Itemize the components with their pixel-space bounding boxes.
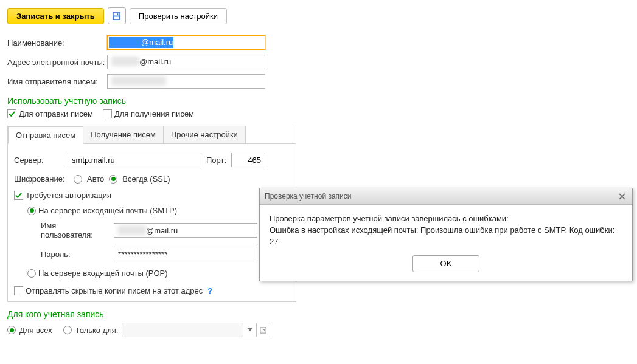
scope-all-radio[interactable]	[7, 326, 16, 334]
dialog-title-text: Проверка учетной записи	[265, 192, 352, 201]
dialog-body: Проверка параметров учетной записи завер…	[260, 205, 632, 255]
check-icon	[9, 111, 15, 117]
dialog-line2: Ошибка в настройках исходящей почты: Про…	[270, 225, 622, 248]
encryption-auto-radio[interactable]	[74, 175, 82, 184]
encryption-label: Шифрование:	[14, 174, 69, 184]
server-row: Сервер: Порт:	[14, 153, 290, 167]
email-value-suffix: @mail.ru	[139, 57, 171, 66]
tab-receive[interactable]: Получение писем	[83, 126, 164, 143]
redacted-text: xxxxxxxx	[111, 76, 166, 86]
pass-input[interactable]	[114, 247, 257, 261]
scope-all-label: Для всех	[19, 326, 52, 335]
scope-only-radio[interactable]	[63, 326, 72, 334]
email-row: Адрес электронной почты: xxxx @mail.ru	[7, 55, 630, 69]
close-icon	[619, 193, 625, 200]
scope-row: Для всех Только для:	[7, 323, 630, 337]
send-checkbox[interactable]	[7, 109, 16, 118]
name-value-suffix: @mail.ru	[141, 37, 173, 48]
svg-rect-2	[114, 16, 119, 19]
sender-label: Имя отправителя писем:	[7, 77, 107, 86]
dialog-titlebar[interactable]: Проверка учетной записи	[260, 188, 632, 205]
check-account-dialog: Проверка учетной записи Проверка парамет…	[259, 188, 633, 281]
bcc-label: Отправлять скрытые копии писем на этот а…	[26, 286, 203, 295]
name-label: Наименование:	[7, 38, 107, 47]
user-value-suffix: @mail.ru	[146, 226, 178, 235]
auth-required-checkbox[interactable]	[14, 191, 23, 200]
floppy-icon	[112, 12, 121, 21]
dialog-footer: OK	[260, 255, 632, 281]
toolbar: Записать и закрыть Проверить настройки	[7, 7, 630, 24]
encryption-auto-label: Авто	[87, 174, 104, 184]
auth-required-row: Требуется авторизация	[14, 191, 290, 200]
save-close-button[interactable]: Записать и закрыть	[7, 8, 104, 24]
encryption-ssl-radio[interactable]	[109, 175, 117, 184]
dialog-line1: Проверка параметров учетной записи завер…	[270, 213, 622, 225]
scope-dropdown-open[interactable]	[257, 323, 270, 337]
scope-dropdown-toggle[interactable]	[243, 323, 257, 337]
user-input[interactable]: xxxx @mail.ru	[114, 223, 257, 238]
help-icon[interactable]: ?	[207, 286, 212, 295]
sender-row: Имя отправителя писем: xxxxxxxx	[7, 74, 630, 89]
email-input[interactable]: xxxx @mail.ru	[107, 55, 265, 69]
use-account-title: Использовать учетную запись	[7, 96, 630, 106]
auth-smtp-radio[interactable]	[27, 207, 36, 215]
pass-label: Пароль:	[41, 250, 109, 259]
user-label: Имя пользователя:	[41, 221, 109, 239]
svg-rect-3	[117, 13, 119, 15]
dialog-close-button[interactable]	[616, 191, 627, 201]
auth-pop-label: На сервере входящей почты (POP)	[38, 269, 168, 278]
receive-checkbox-label: Для получения писем	[114, 109, 194, 118]
bcc-row: Отправлять скрытые копии писем на этот а…	[14, 286, 290, 295]
scope-only-label: Только для:	[75, 326, 119, 335]
svg-rect-1	[114, 12, 119, 15]
ok-button[interactable]: OK	[412, 255, 479, 272]
redacted-text: xxxx	[111, 57, 139, 66]
auth-pop-radio[interactable]	[27, 269, 36, 278]
user-row: Имя пользователя: xxxx @mail.ru	[41, 221, 290, 239]
scope-dropdown-input[interactable]	[122, 323, 243, 337]
tabs-header: Отправка писем Получение писем Прочие на…	[8, 126, 296, 144]
auth-smtp-row: На сервере исходящей почты (SMTP)	[27, 206, 290, 215]
receive-checkbox[interactable]	[103, 109, 112, 118]
bcc-checkbox[interactable]	[14, 286, 23, 295]
port-label: Порт:	[206, 156, 226, 165]
redacted-text	[109, 37, 141, 48]
encryption-ssl-label: Всегда (SSL)	[122, 174, 170, 184]
auth-pop-row: На сервере входящей почты (POP)	[27, 269, 290, 278]
redacted-text: xxxx	[118, 225, 146, 235]
pass-row: Пароль:	[41, 247, 290, 261]
port-input[interactable]	[231, 153, 265, 167]
auth-required-label: Требуется авторизация	[26, 191, 111, 200]
send-checkbox-label: Для отправки писем	[19, 109, 93, 118]
check-settings-button[interactable]: Проверить настройки	[130, 8, 227, 24]
name-row: Наименование: @mail.ru	[7, 35, 630, 50]
check-icon	[15, 192, 22, 199]
scope-dropdown	[122, 323, 270, 337]
server-input[interactable]	[68, 153, 201, 167]
name-input[interactable]: @mail.ru	[107, 35, 265, 50]
tab-send[interactable]: Отправка писем	[8, 126, 83, 144]
encryption-row: Шифрование: Авто Всегда (SSL)	[14, 174, 290, 184]
save-button[interactable]	[108, 7, 126, 24]
open-icon	[260, 327, 266, 334]
use-account-row: Для отправки писем Для получения писем	[7, 109, 630, 118]
tabs-container: Отправка писем Получение писем Прочие на…	[7, 126, 296, 302]
auth-smtp-label: На сервере исходящей почты (SMTP)	[38, 206, 177, 215]
tab-other[interactable]: Прочие настройки	[163, 126, 246, 143]
chevron-down-icon	[248, 328, 252, 332]
tab-body: Сервер: Порт: Шифрование: Авто Всегда (S…	[8, 144, 296, 301]
email-label: Адрес электронной почты:	[7, 58, 107, 67]
sender-input[interactable]: xxxxxxxx	[107, 74, 265, 89]
server-label: Сервер:	[14, 156, 63, 165]
scope-title: Для кого учетная запись	[7, 309, 630, 319]
